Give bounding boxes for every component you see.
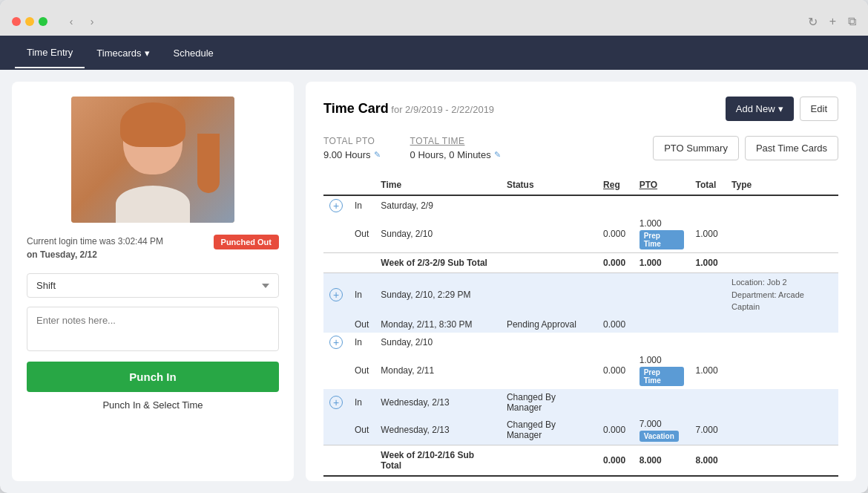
browser-window: ‹ › ↻ + ⧉ Time Entry Timecards ▾ Schedul… xyxy=(0,0,868,493)
summary-row: Total PTO 9.00 Hours ✎ Total Time 0 Hour… xyxy=(323,136,838,160)
maximize-button[interactable] xyxy=(39,17,47,26)
shift-select[interactable]: Shift xyxy=(27,273,279,298)
time-edit-icon[interactable]: ✎ xyxy=(494,150,501,160)
close-button[interactable] xyxy=(12,17,21,26)
add-row-button[interactable]: + xyxy=(329,199,343,212)
in-out-label: In xyxy=(349,273,375,316)
total-cell xyxy=(690,333,726,352)
notes-input[interactable] xyxy=(27,307,279,351)
left-panel: Current login time was 3:02:44 PM on Tue… xyxy=(12,82,294,481)
status-cell: Changed By Manager xyxy=(501,389,597,416)
chevron-down-icon: ▾ xyxy=(778,103,783,114)
table-row: + In Saturday, 2/9 xyxy=(323,195,838,215)
row-expand xyxy=(323,316,349,333)
total-cell xyxy=(690,195,726,215)
punched-out-badge: Punched Out xyxy=(214,235,279,249)
pto-cell xyxy=(634,316,690,333)
row-expand xyxy=(323,416,349,445)
nav-time-entry[interactable]: Time Entry xyxy=(15,38,85,68)
total-total: 9.000 xyxy=(690,476,726,482)
person-body xyxy=(116,186,190,223)
person-hair-side xyxy=(197,134,220,193)
status-cell xyxy=(501,195,597,215)
reg-cell: 0.000 xyxy=(597,215,634,253)
col-total: Total xyxy=(690,175,726,195)
pto-cell xyxy=(634,333,690,352)
reg-cell xyxy=(597,273,634,316)
minimize-button[interactable] xyxy=(25,17,34,26)
time-cell: Sunday, 2/10 xyxy=(375,215,501,253)
row-expand: + xyxy=(323,273,349,316)
subtotal-total: 8.000 xyxy=(690,445,726,476)
col-expand xyxy=(323,175,349,195)
time-cell: Wednesday, 2/13 xyxy=(375,389,501,416)
new-tab-icon[interactable]: + xyxy=(829,15,836,29)
total-label: Total xyxy=(375,476,501,482)
pto-summary-button[interactable]: PTO Summary xyxy=(653,136,739,160)
in-out-label: Out xyxy=(349,316,375,333)
add-row-button[interactable]: + xyxy=(329,396,343,409)
reg-cell: 0.000 xyxy=(597,352,634,389)
timecard-header: Time Card for 2/9/2019 - 2/22/2019 Add N… xyxy=(323,97,838,121)
row-expand xyxy=(323,352,349,389)
status-cell: Changed By Manager xyxy=(501,416,597,445)
total-pto-summary: Total PTO 9.00 Hours ✎ xyxy=(323,136,381,160)
in-out-label: Out xyxy=(349,215,375,253)
in-out-label: Out xyxy=(349,352,375,389)
col-reg: Reg xyxy=(597,175,634,195)
nav-arrows: ‹ › xyxy=(62,13,101,30)
punch-select-time-link[interactable]: Punch In & Select Time xyxy=(102,399,203,411)
copy-icon[interactable]: ⧉ xyxy=(848,15,856,29)
time-cell: Wednesday, 2/13 xyxy=(375,416,501,445)
reg-cell xyxy=(597,333,634,352)
col-pto: PTO xyxy=(634,175,690,195)
nav-schedule[interactable]: Schedule xyxy=(162,39,226,68)
time-cell: Saturday, 2/9 xyxy=(375,195,501,215)
refresh-icon[interactable]: ↻ xyxy=(808,15,818,29)
summary-buttons: PTO Summary Past Time Cards xyxy=(653,136,838,160)
total-cell xyxy=(690,316,726,333)
table-row: Out Wednesday, 2/13 Changed By Manager 0… xyxy=(323,416,838,445)
add-new-button[interactable]: Add New ▾ xyxy=(726,97,794,121)
col-time: Time xyxy=(375,175,501,195)
in-out-label: In xyxy=(349,389,375,416)
subtotal-reg: 0.000 xyxy=(597,253,634,273)
time-cell: Monday, 2/11, 8:30 PM xyxy=(375,316,501,333)
subtotal-pto: 8.000 xyxy=(634,445,690,476)
pto-edit-icon[interactable]: ✎ xyxy=(374,150,381,160)
add-row-button[interactable]: + xyxy=(329,288,343,301)
past-time-cards-button[interactable]: Past Time Cards xyxy=(745,136,838,160)
table-row: Out Monday, 2/11, 8:30 PM Pending Approv… xyxy=(323,316,838,333)
pto-cell: 1.000 Prep Time xyxy=(634,352,690,389)
forward-button[interactable]: › xyxy=(83,13,101,30)
status-cell xyxy=(501,215,597,253)
type-cell xyxy=(726,215,838,253)
table-row: + In Wednesday, 2/13 Changed By Manager xyxy=(323,389,838,416)
vacation-badge: Vacation xyxy=(640,431,679,442)
col-in-out xyxy=(349,175,375,195)
nav-timecards[interactable]: Timecards ▾ xyxy=(85,39,161,68)
person-hair xyxy=(120,102,185,147)
add-row-button[interactable]: + xyxy=(329,336,343,349)
back-button[interactable]: ‹ xyxy=(62,13,80,30)
type-cell xyxy=(726,416,838,445)
type-cell xyxy=(726,352,838,389)
edit-button[interactable]: Edit xyxy=(800,97,838,121)
prep-time-badge: Prep Time xyxy=(640,230,684,249)
punch-in-button[interactable]: Punch In xyxy=(27,362,279,392)
subtotal-row: Week of 2/10-2/16 Sub Total 0.000 8.000 … xyxy=(323,445,838,476)
traffic-lights xyxy=(12,17,47,26)
time-cell: Sunday, 2/10, 2:29 PM xyxy=(375,273,501,316)
in-out-label: Out xyxy=(349,416,375,445)
type-cell xyxy=(726,389,838,416)
main-content: Current login time was 3:02:44 PM on Tue… xyxy=(0,70,868,493)
pto-cell xyxy=(634,195,690,215)
reg-cell: 0.000 xyxy=(597,316,634,333)
right-panel: Time Card for 2/9/2019 - 2/22/2019 Add N… xyxy=(306,82,856,481)
row-expand: + xyxy=(323,389,349,416)
col-status: Status xyxy=(501,175,597,195)
location-info: Location: Job 2Department: Arcade Captai… xyxy=(726,273,838,316)
col-type: Type xyxy=(726,175,838,195)
type-cell xyxy=(726,195,838,215)
time-cell: Sunday, 2/10 xyxy=(375,333,501,352)
